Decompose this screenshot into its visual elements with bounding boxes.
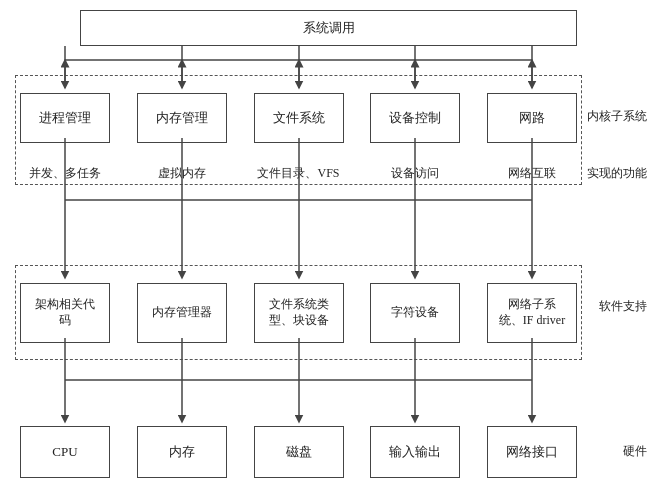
box-arch-code: 架构相关代 码 <box>20 283 110 343</box>
kernel-label: 内核子系统 <box>587 108 647 125</box>
func-label: 实现的功能 <box>587 165 647 182</box>
syscall-label: 系统调用 <box>303 19 355 37</box>
hw-boxes-row: CPU 内存 磁盘 输入输出 网络接口 <box>20 422 577 482</box>
kernel-boxes-row: 进程管理 内存管理 文件系统 设备控制 网路 <box>20 88 577 148</box>
box-device: 设备控制 <box>370 93 460 143</box>
hw-label: 硬件 <box>623 443 647 460</box>
func-filesystem: 文件目录、VFS <box>254 165 344 182</box>
box-net-if: 网络接口 <box>487 426 577 478</box>
box-fs-types: 文件系统类 型、块设备 <box>254 283 344 343</box>
func-process: 并发、多任务 <box>20 165 110 182</box>
func-row: 并发、多任务 虚拟内存 文件目录、VFS 设备访问 网络互联 <box>20 165 577 195</box>
software-boxes-row: 架构相关代 码 内存管理器 文件系统类 型、块设备 字符设备 网络子系 统、IF… <box>20 278 577 348</box>
func-device: 设备访问 <box>370 165 460 182</box>
box-memory: 内存管理 <box>137 93 227 143</box>
box-filesystem: 文件系统 <box>254 93 344 143</box>
software-label: 软件支持 <box>599 298 647 315</box>
func-network: 网络互联 <box>487 165 577 182</box>
box-net-sub: 网络子系 统、IF driver <box>487 283 577 343</box>
syscall-box: 系统调用 <box>80 10 577 46</box>
box-network: 网路 <box>487 93 577 143</box>
box-cpu: CPU <box>20 426 110 478</box>
box-char-device: 字符设备 <box>370 283 460 343</box>
func-memory: 虚拟内存 <box>137 165 227 182</box>
box-mem-manager: 内存管理器 <box>137 283 227 343</box>
box-io: 输入输出 <box>370 426 460 478</box>
box-process: 进程管理 <box>20 93 110 143</box>
box-mem-hw: 内存 <box>137 426 227 478</box>
box-disk: 磁盘 <box>254 426 344 478</box>
